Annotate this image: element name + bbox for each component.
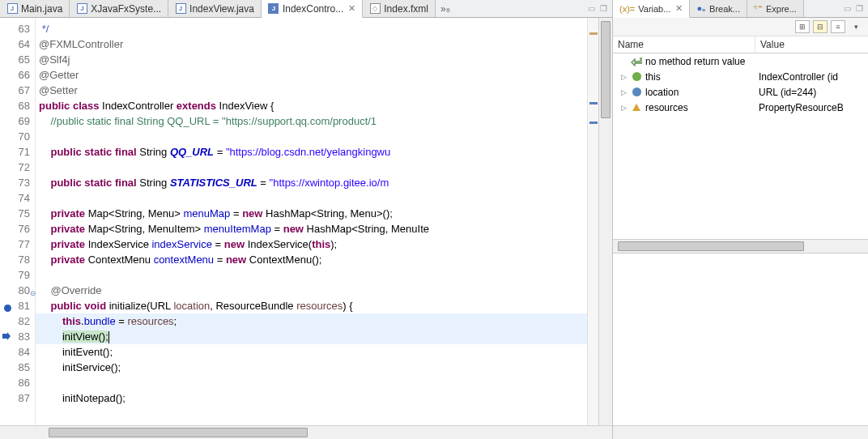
editor-tab-0[interactable]: JMain.java [0, 0, 70, 17]
code-line[interactable]: initEvent(); [36, 344, 587, 360]
line-number[interactable]: 66 [0, 67, 35, 83]
minimize-icon[interactable]: ▭ [844, 4, 851, 13]
line-number[interactable]: 77 [0, 237, 35, 252]
code-line[interactable]: initService(); [36, 360, 587, 375]
return-value-icon [631, 56, 642, 67]
horizontal-scroll-thumb[interactable] [49, 428, 308, 437]
code-line[interactable]: this.bundle = resources; [36, 313, 587, 329]
variable-value: URL (id=244) [755, 87, 868, 98]
line-number[interactable]: 64 [0, 36, 35, 52]
tab-label: Index.fxml [384, 3, 428, 15]
vertical-scroll-thumb[interactable] [601, 21, 611, 118]
line-number[interactable]: 83 [0, 329, 35, 344]
line-number[interactable]: 73 [0, 175, 35, 190]
line-number[interactable]: 76 [0, 221, 35, 237]
tab-overflow[interactable]: »₈ [436, 0, 455, 17]
tab-label: Main.java [21, 3, 62, 15]
code-line[interactable]: public class IndexController extends Ind… [36, 98, 587, 113]
line-number[interactable]: 63 [0, 21, 35, 36]
line-number[interactable]: 74 [0, 190, 35, 206]
code-line[interactable]: @Override [36, 283, 587, 298]
header-value[interactable]: Value [755, 36, 868, 53]
vars-horizontal-scrollbar[interactable] [613, 239, 868, 253]
code-line[interactable] [36, 190, 587, 206]
variable-row[interactable]: no method return value [613, 53, 868, 69]
code-line[interactable]: @Slf4j [36, 52, 587, 67]
editor-tab-1[interactable]: JXJavaFxSyste... [70, 0, 168, 17]
vertical-scrollbar[interactable] [598, 18, 612, 425]
line-number[interactable]: 70 [0, 129, 35, 144]
code-line[interactable]: public static final String QQ_URL = "htt… [36, 144, 587, 160]
toolbar-btn-3[interactable]: ≡ [831, 20, 845, 33]
toolbar-menu-icon[interactable]: ▾ [849, 20, 863, 33]
breakpoint-icon[interactable] [2, 300, 11, 310]
code-line[interactable]: //public static final String QQ_URL = "h… [36, 113, 587, 129]
execution-pointer-icon[interactable] [2, 331, 11, 341]
horizontal-scrollbar[interactable] [0, 425, 612, 439]
line-number[interactable]: 68 [0, 98, 35, 113]
editor-tab-bar: JMain.javaJXJavaFxSyste...JIndexView.jav… [0, 0, 612, 18]
line-number[interactable]: 80⊖ [0, 283, 35, 298]
debug-tab-1[interactable]: ●ₒ Break... [690, 0, 747, 17]
line-number[interactable]: 65 [0, 52, 35, 67]
code-line[interactable] [36, 129, 587, 144]
code-line[interactable] [36, 267, 587, 283]
expand-icon[interactable]: ▷ [619, 88, 628, 96]
variable-name-cell: ▷location [613, 87, 755, 98]
code-line[interactable]: initNotepad(); [36, 390, 587, 406]
close-icon[interactable]: ✕ [348, 3, 355, 14]
line-number[interactable]: 71 [0, 144, 35, 160]
code-line[interactable]: public void initialize(URL location, Res… [36, 298, 587, 313]
expand-icon[interactable]: ▷ [619, 73, 628, 81]
code-line[interactable] [36, 160, 587, 175]
line-number[interactable]: 86 [0, 375, 35, 390]
toolbar-btn-2[interactable]: ⊟ [813, 20, 828, 33]
code-line[interactable]: @FXMLController [36, 36, 587, 52]
line-number[interactable]: 78 [0, 252, 35, 267]
line-number[interactable]: 81 [0, 298, 35, 313]
debug-tab-0[interactable]: (x)= Variab...✕ [613, 0, 690, 18]
variable-row[interactable]: ▷locationURL (id=244) [613, 84, 868, 100]
tab-label: Expre... [766, 4, 797, 14]
code-line[interactable]: private Map<String, Menu> menuMap = new … [36, 206, 587, 221]
toolbar-btn-1[interactable]: ⊞ [795, 20, 810, 33]
editor-tab-4[interactable]: ◇Index.fxml [363, 0, 436, 17]
line-number[interactable]: 85 [0, 360, 35, 375]
line-number[interactable]: 67 [0, 83, 35, 98]
line-number[interactable]: 87 [0, 390, 35, 406]
minimize-icon[interactable]: ▭ [588, 4, 595, 13]
code-line[interactable]: @Getter [36, 67, 587, 83]
line-number[interactable]: 82 [0, 313, 35, 329]
line-number[interactable]: 69 [0, 113, 35, 129]
tab-prefix-icon: (x)= [619, 4, 635, 14]
code-line[interactable] [36, 375, 587, 390]
code-line[interactable]: private ContextMenu contextMenu = new Co… [36, 252, 587, 267]
editor-tab-3[interactable]: JIndexContro...✕ [262, 0, 363, 18]
code-line[interactable]: */ [36, 21, 587, 36]
line-number[interactable]: 84 [0, 344, 35, 360]
line-gutter[interactable]: 636465666768697071727374757677787980⊖818… [0, 18, 36, 425]
line-number[interactable]: 79 [0, 267, 35, 283]
vars-horizontal-scroll-thumb[interactable] [618, 241, 804, 251]
code-line[interactable]: @Setter [36, 83, 587, 98]
line-number[interactable]: 72 [0, 160, 35, 175]
close-icon[interactable]: ✕ [675, 3, 683, 14]
overview-ruler[interactable] [587, 18, 598, 425]
expand-icon[interactable]: ▷ [619, 104, 628, 112]
code-line[interactable]: private Map<String, MenuItem> menuItemMa… [36, 221, 587, 237]
maximize-icon[interactable]: ❐ [856, 4, 863, 13]
editor-tab-2[interactable]: JIndexView.java [168, 0, 262, 17]
code-line[interactable]: private IndexService indexService = new … [36, 237, 587, 252]
variables-tree[interactable]: no method return value▷thisIndexControll… [613, 53, 868, 239]
maximize-icon[interactable]: ❐ [600, 4, 607, 13]
code-line[interactable]: public static final String STATISTICS_UR… [36, 175, 587, 190]
code-area[interactable]: */@FXMLController@Slf4j@Getter@Setterpub… [36, 18, 587, 425]
header-name[interactable]: Name [613, 36, 755, 53]
debug-tab-2[interactable]: ᵉ⁼ Expre... [747, 0, 804, 17]
variable-row[interactable]: ▷resourcesPropertyResourceB [613, 100, 868, 115]
variable-detail-pane[interactable] [613, 253, 868, 439]
detail-horizontal-scrollbar[interactable] [613, 425, 868, 439]
code-line[interactable]: initView(); [36, 329, 587, 344]
variable-row[interactable]: ▷thisIndexController (id [613, 69, 868, 84]
line-number[interactable]: 75 [0, 206, 35, 221]
